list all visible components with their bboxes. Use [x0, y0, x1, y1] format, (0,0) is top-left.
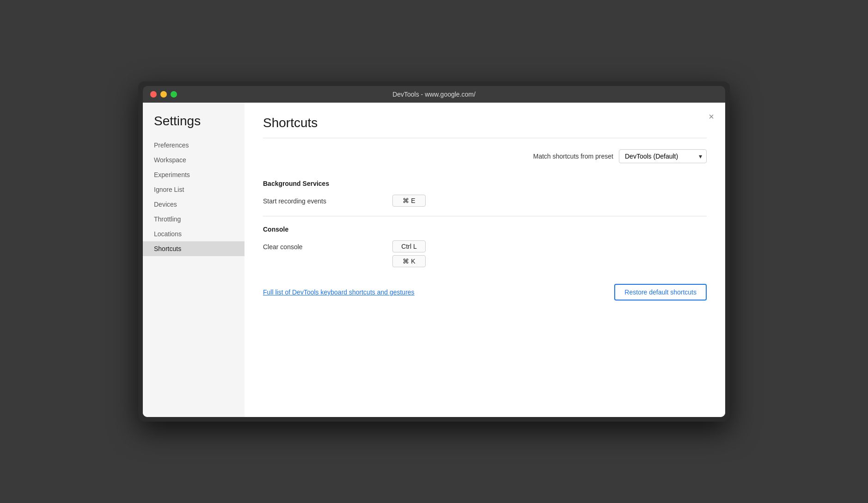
traffic-lights — [150, 91, 177, 98]
section-divider-1 — [263, 216, 707, 216]
minimize-traffic-light[interactable] — [160, 91, 167, 98]
footer-row: Full list of DevTools keyboard shortcuts… — [263, 284, 707, 301]
sidebar-item-preferences[interactable]: Preferences — [143, 138, 245, 153]
close-traffic-light[interactable] — [150, 91, 157, 98]
shortcut-keys-clear-console: Ctrl L ⌘ K — [392, 240, 426, 267]
sidebar: Settings Preferences Workspace Experimen… — [143, 103, 245, 417]
sidebar-item-ignore-list[interactable]: Ignore List — [143, 182, 245, 197]
window-wrapper: DevTools - www.google.com/ Settings Pref… — [138, 81, 730, 422]
sidebar-item-workspace[interactable]: Workspace — [143, 153, 245, 167]
full-list-link[interactable]: Full list of DevTools keyboard shortcuts… — [263, 288, 415, 296]
sidebar-item-throttling[interactable]: Throttling — [143, 212, 245, 227]
maximize-traffic-light[interactable] — [171, 91, 177, 98]
shortcut-row-clear-console: Clear console Ctrl L ⌘ K — [263, 240, 707, 267]
preset-label: Match shortcuts from preset — [533, 153, 613, 160]
titlebar: DevTools - www.google.com/ — [143, 86, 725, 103]
preset-row: Match shortcuts from preset DevTools (De… — [263, 149, 707, 163]
sidebar-item-experiments[interactable]: Experiments — [143, 167, 245, 182]
window-content: Settings Preferences Workspace Experimen… — [143, 103, 725, 417]
section-console: Console Clear console Ctrl L ⌘ K — [263, 226, 707, 267]
main-content: × Shortcuts Match shortcuts from preset … — [245, 103, 725, 417]
preset-select-wrapper: DevTools (Default) Visual Studio Code — [619, 149, 707, 163]
section-title-background-services: Background Services — [263, 180, 707, 187]
key-combo-cmd-e: ⌘ E — [392, 195, 426, 207]
sidebar-heading: Settings — [143, 114, 245, 138]
titlebar-title: DevTools - www.google.com/ — [392, 91, 476, 98]
sidebar-item-shortcuts[interactable]: Shortcuts — [143, 241, 245, 256]
sidebar-item-locations[interactable]: Locations — [143, 227, 245, 241]
title-divider — [263, 138, 707, 138]
shortcut-label-recording: Start recording events — [263, 195, 383, 205]
shortcut-row-recording: Start recording events ⌘ E — [263, 195, 707, 207]
shortcut-keys-recording: ⌘ E — [392, 195, 426, 207]
key-combo-cmd-k: ⌘ K — [392, 255, 426, 267]
preset-select[interactable]: DevTools (Default) Visual Studio Code — [619, 149, 707, 163]
shortcut-label-clear-console: Clear console — [263, 240, 383, 251]
restore-default-shortcuts-button[interactable]: Restore default shortcuts — [614, 284, 707, 301]
sidebar-item-devices[interactable]: Devices — [143, 197, 245, 212]
section-title-console: Console — [263, 226, 707, 233]
page-title: Shortcuts — [263, 116, 707, 130]
key-combo-ctrl-l: Ctrl L — [392, 240, 426, 252]
close-button[interactable]: × — [709, 112, 714, 121]
section-background-services: Background Services Start recording even… — [263, 180, 707, 207]
